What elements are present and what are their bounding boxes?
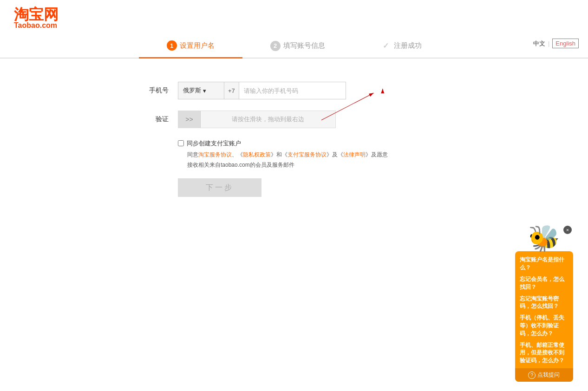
- country-name: 俄罗斯: [183, 86, 201, 95]
- email-row: 接收相关来自taobao.com的会员及服务邮件: [187, 161, 457, 169]
- verify-label: 验证: [131, 115, 169, 124]
- lang-cn-button[interactable]: 中文: [533, 39, 545, 48]
- form-area: 手机号 俄罗斯 ▾ +7 验证 >> 请按住滑块，拖动到最右边: [131, 82, 457, 197]
- step-2[interactable]: 2 填写账号信息: [242, 34, 353, 58]
- step-2-number: 2: [270, 41, 281, 51]
- terms-row: 同意淘宝服务协议、《隐私权政策》和《支付宝服务协议》及《法律声明》及愿意: [187, 150, 457, 159]
- logo-english: Taobao.com: [14, 22, 574, 29]
- step-3-number: ✓: [381, 41, 391, 51]
- step-1-number: 1: [167, 40, 177, 51]
- next-button-row: 下一步: [178, 178, 457, 197]
- main-content: 手机号 俄罗斯 ▾ +7 验证 >> 请按住滑块，拖动到最右边: [0, 59, 588, 215]
- chevron-down-icon: ▾: [203, 87, 206, 94]
- verify-handle[interactable]: >>: [178, 111, 201, 128]
- step-1-label: 设置用户名: [180, 41, 215, 50]
- logo: 淘宝网 Taobao.com: [14, 7, 574, 29]
- step-bar: 1 设置用户名 2 填写账号信息 ✓ 注册成功 中文 | English: [0, 34, 588, 59]
- terms-privacy-link[interactable]: 隐私权政策: [243, 151, 271, 158]
- step-1[interactable]: 1 设置用户名: [139, 34, 242, 59]
- language-switch: 中文 | English: [533, 39, 579, 48]
- next-button[interactable]: 下一步: [178, 178, 261, 197]
- sync-alipay-label: 同步创建支付宝账户: [187, 139, 241, 148]
- step-2-label: 填写账号信息: [283, 41, 325, 50]
- step-3-label: 注册成功: [394, 41, 422, 50]
- terms-agree: 同意: [187, 151, 198, 158]
- phone-row: 手机号 俄罗斯 ▾ +7: [131, 82, 457, 99]
- lang-en-button[interactable]: English: [552, 39, 579, 48]
- sync-alipay-checkbox[interactable]: [178, 140, 184, 146]
- phone-input[interactable]: [239, 82, 346, 99]
- verify-arrows-icon: >>: [185, 116, 193, 123]
- terms-taobao-link[interactable]: 淘宝服务协议: [198, 151, 232, 158]
- checkbox-area: 同步创建支付宝账户 同意淘宝服务协议、《隐私权政策》和《支付宝服务协议》及《法律…: [178, 139, 457, 169]
- terms-alipay-link[interactable]: 支付宝服务协议: [287, 151, 327, 158]
- verify-row: 验证 >> 请按住滑块，拖动到最右边: [131, 111, 457, 128]
- verify-slider[interactable]: >> 请按住滑块，拖动到最右边: [178, 111, 336, 128]
- phone-controls: 俄罗斯 ▾ +7: [178, 82, 346, 99]
- phone-label: 手机号: [131, 86, 169, 95]
- verify-text: 请按住滑块，拖动到最右边: [201, 115, 335, 124]
- country-code: +7: [224, 82, 239, 99]
- country-select[interactable]: 俄罗斯 ▾: [178, 82, 224, 99]
- terms-legal-link[interactable]: 法律声明: [343, 151, 366, 158]
- step-3[interactable]: ✓ 注册成功: [353, 34, 450, 58]
- logo-chinese: 淘宝网: [14, 7, 574, 22]
- sync-alipay-row: 同步创建支付宝账户: [178, 139, 457, 148]
